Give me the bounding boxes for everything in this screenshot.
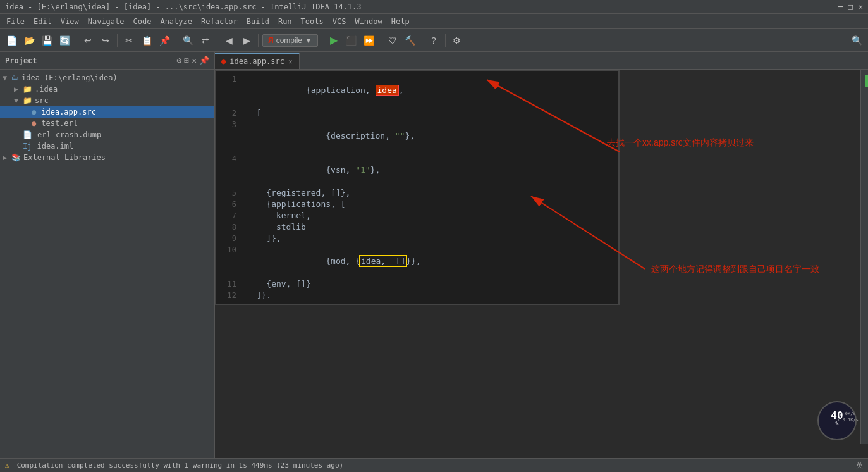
line-num-6: 6 (216, 199, 241, 210)
sidebar-title: Project (5, 56, 37, 65)
sync-button[interactable]: 🔄 (57, 33, 72, 48)
line-content-11: {env, []} (241, 278, 311, 290)
tab-idea-app-src[interactable]: ● idea.app.src ✕ (215, 53, 300, 69)
green-indicator (865, 75, 868, 87)
code-line-4: 4 {vsn, "1"}, (216, 153, 618, 187)
menu-file[interactable]: File (3, 16, 28, 27)
tree-item-root[interactable]: ▼ 🗂 idea (E:\erlang\idea) (0, 72, 214, 84)
toolbar-separator-3 (176, 34, 176, 47)
compile-button[interactable]: Я compile ▼ (262, 34, 318, 47)
line-content-4: {vsn, "1"}, (241, 153, 380, 187)
ext-libs-icon: 📚 (11, 153, 21, 162)
run-button[interactable]: ▶ (326, 33, 341, 48)
tree-item-idea-iml[interactable]: Ij idea.iml (0, 140, 214, 152)
line-num-9: 9 (216, 233, 241, 244)
tree-item-test-erl[interactable]: ● test.erl (0, 118, 214, 129)
save-button[interactable]: 💾 (39, 33, 54, 48)
line-num-7: 7 (216, 210, 241, 221)
tree-arrow-ext: ▶ (3, 153, 11, 162)
maximize-button[interactable]: □ (848, 2, 853, 11)
replace-button[interactable]: ⇄ (198, 33, 213, 48)
src-folder-icon: 📁 (23, 96, 32, 105)
warning-icon: ⚠ (5, 461, 9, 469)
sidebar-settings-icon[interactable]: ⚙ (177, 56, 182, 65)
line-content-5: {registered, []}, (241, 187, 350, 199)
help-button[interactable]: ? (426, 33, 441, 48)
tree-label-app-src: idea.app.src (41, 108, 96, 116)
forward-button[interactable]: ▶ (239, 33, 254, 48)
line-content-12: ]}. (241, 290, 271, 301)
menu-refactor[interactable]: Refactor (197, 16, 241, 27)
new-button[interactable]: 📄 (4, 33, 19, 48)
tree-label-idea: .idea (35, 85, 58, 94)
code-line-8: 8 stdlib (216, 221, 618, 233)
menu-vcs[interactable]: VCS (329, 16, 350, 27)
window-title: idea - [E:\erlang\idea] - [idea] - ...\s… (5, 3, 362, 11)
line-num-5: 5 (216, 187, 241, 199)
ime-indicator: 英 (856, 461, 863, 470)
redo-button[interactable]: ↪ (98, 33, 113, 48)
close-button[interactable]: ✕ (858, 2, 863, 11)
window-controls[interactable]: ─ □ ✕ (838, 2, 863, 11)
copy-button[interactable]: 📋 (139, 33, 154, 48)
line-num-10: 10 (216, 244, 241, 278)
sidebar-close-icon[interactable]: ✕ (192, 56, 197, 65)
sidebar-pin-icon[interactable]: 📌 (199, 56, 209, 65)
menu-code[interactable]: Code (130, 16, 156, 27)
settings-button[interactable]: ⚙ (449, 33, 465, 48)
open-button[interactable]: 📂 (21, 33, 37, 48)
stop-button[interactable]: ⬛ (344, 33, 359, 48)
line-num-4: 4 (216, 153, 241, 187)
code-line-10: 10 {mod, {idea, []}}, (216, 244, 618, 278)
tree-label-root: idea (E:\erlang\idea) (21, 73, 118, 82)
sidebar-expand-icon[interactable]: ⊞ (184, 56, 189, 65)
line-content-8: stdlib (241, 221, 306, 233)
menu-window[interactable]: Window (351, 16, 386, 27)
menu-run[interactable]: Run (274, 16, 296, 27)
main-layout: Project ⚙ ⊞ ✕ 📌 ▼ 🗂 idea (E:\erlang\idea… (0, 52, 868, 458)
paste-button[interactable]: 📌 (157, 33, 172, 48)
back-button[interactable]: ◀ (221, 33, 236, 48)
compile-dropdown-icon[interactable]: ▼ (305, 36, 312, 45)
code-line-12: 12 ]}. (216, 290, 618, 301)
compile-label: compile (276, 36, 302, 45)
menu-help[interactable]: Help (388, 16, 413, 27)
tree-label-iml: idea.iml (37, 142, 73, 151)
code-editor[interactable]: 1 {application, idea, 2 [ 3 {description… (215, 70, 868, 458)
file-icon-iml: Ij (23, 142, 32, 151)
menu-edit[interactable]: Edit (30, 16, 56, 27)
code-line-9: 9 ]}, (216, 233, 618, 244)
code-line-6: 6 {applications, [ (216, 199, 618, 210)
toolbar-separator-9 (445, 34, 446, 47)
tree-item-ext-libs[interactable]: ▶ 📚 External Libraries (0, 152, 214, 163)
tree-item-crash-dump[interactable]: 📄 erl_crash.dump (0, 129, 214, 140)
cut-button[interactable]: ✂ (121, 33, 137, 48)
menu-build[interactable]: Build (243, 16, 273, 27)
undo-button[interactable]: ↩ (80, 33, 95, 48)
resume-button[interactable]: ⏩ (362, 33, 377, 48)
line-num-1: 1 (216, 73, 241, 108)
line-content-7: kernel, (241, 210, 311, 221)
search-everywhere-button[interactable]: 🔍 (849, 33, 864, 48)
line-content-9: ]}, (241, 233, 281, 244)
menu-navigate[interactable]: Navigate (84, 16, 128, 27)
tree-label-src: src (35, 96, 49, 105)
line-content-10: {mod, {idea, []}}, (241, 244, 421, 278)
code-line-11: 11 {env, []} (216, 278, 618, 290)
coverage-button[interactable]: 🛡 (385, 33, 400, 48)
build-all-button[interactable]: 🔨 (403, 33, 418, 48)
line-content-2: [ (241, 108, 261, 119)
project-sidebar: Project ⚙ ⊞ ✕ 📌 ▼ 🗂 idea (E:\erlang\idea… (0, 52, 215, 458)
menu-view[interactable]: View (57, 16, 83, 27)
line-num-2: 2 (216, 108, 241, 119)
tab-close-button[interactable]: ✕ (288, 58, 293, 66)
menu-tools[interactable]: Tools (297, 16, 327, 27)
tree-item-src[interactable]: ▼ 📁 src (0, 95, 214, 106)
minimize-button[interactable]: ─ (838, 2, 843, 11)
code-line-1: 1 {application, idea, (216, 73, 618, 108)
find-button[interactable]: 🔍 (180, 33, 195, 48)
tree-item-idea-folder[interactable]: ▶ 📁 .idea (0, 84, 214, 95)
tree-item-idea-app-src[interactable]: ● idea.app.src (0, 106, 214, 118)
file-icon-crash: 📄 (23, 130, 32, 139)
menu-analyze[interactable]: Analyze (156, 16, 196, 27)
